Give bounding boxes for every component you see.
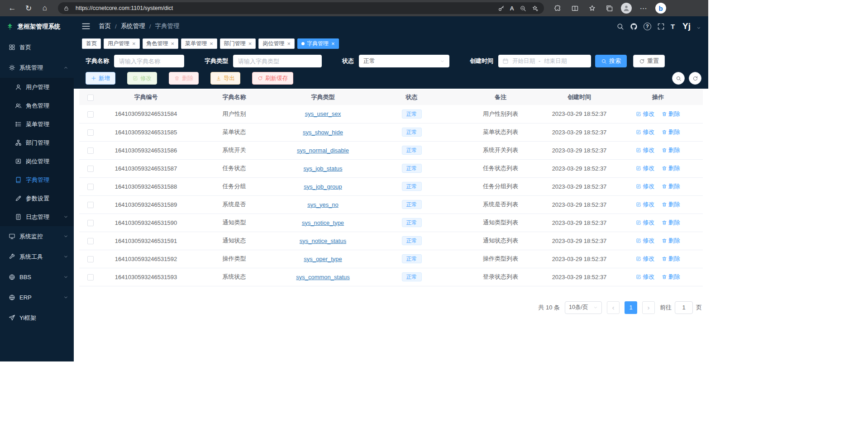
sidebar-item-system-mgmt[interactable]: 系统管理: [0, 57, 74, 78]
address-bar[interactable]: https://ccnetcore.com:1101/system/dict A: [58, 2, 544, 14]
app-logo[interactable]: 意框架管理系统: [0, 16, 74, 37]
chevron-down-icon[interactable]: [696, 26, 701, 30]
home-icon[interactable]: ⌂: [38, 2, 52, 14]
select-all-checkbox[interactable]: [87, 95, 94, 101]
extensions-icon[interactable]: [550, 2, 565, 14]
row-delete-button[interactable]: 删除: [662, 273, 680, 281]
dict-type-link[interactable]: sys_job_status: [304, 165, 343, 172]
tab-dict-mgmt[interactable]: 字典管理 ×: [297, 38, 339, 49]
row-checkbox[interactable]: [87, 147, 94, 154]
row-edit-button[interactable]: 修改: [636, 200, 654, 209]
read-aloud-icon[interactable]: A: [510, 5, 514, 12]
refresh-table-button[interactable]: [689, 72, 701, 85]
collections-icon[interactable]: [602, 2, 616, 14]
next-page-button[interactable]: ›: [642, 301, 655, 314]
tab-user-mgmt[interactable]: 用户管理 ×: [104, 38, 140, 49]
user-logo[interactable]: Yj: [682, 21, 691, 31]
sidebar-item-param-settings[interactable]: 参数设置: [0, 189, 74, 208]
row-edit-button[interactable]: 修改: [636, 128, 654, 136]
close-icon[interactable]: ×: [248, 41, 252, 47]
dict-type-link[interactable]: sys_show_hide: [303, 129, 343, 136]
url-text[interactable]: https://ccnetcore.com:1101/system/dict: [76, 5, 492, 11]
add-favorite-icon[interactable]: [532, 5, 539, 12]
export-button[interactable]: 导出: [210, 72, 240, 85]
date-range-picker[interactable]: 开始日期 - 结束日期: [498, 55, 591, 67]
back-icon[interactable]: ←: [5, 2, 19, 14]
dict-type-link[interactable]: sys_common_status: [296, 274, 350, 280]
row-delete-button[interactable]: 删除: [662, 182, 680, 190]
row-checkbox[interactable]: [87, 111, 94, 118]
tab-dept-mgmt[interactable]: 部门管理 ×: [220, 38, 256, 49]
fullscreen-icon[interactable]: [657, 23, 665, 30]
row-delete-button[interactable]: 删除: [662, 146, 680, 154]
row-edit-button[interactable]: 修改: [636, 255, 654, 263]
bing-icon[interactable]: b: [653, 2, 668, 14]
reset-button[interactable]: 重置: [633, 55, 665, 67]
breadcrumb-system[interactable]: 系统管理: [121, 22, 145, 30]
zoom-out-icon[interactable]: [520, 5, 526, 12]
tab-post-mgmt[interactable]: 岗位管理 ×: [258, 38, 295, 49]
close-icon[interactable]: ×: [210, 41, 213, 47]
row-checkbox[interactable]: [87, 202, 94, 208]
show-search-toggle-button[interactable]: [672, 72, 685, 85]
row-checkbox[interactable]: [87, 166, 94, 172]
status-select[interactable]: 正常: [359, 55, 449, 67]
font-size-icon[interactable]: T: [671, 23, 675, 30]
close-icon[interactable]: ×: [287, 41, 291, 47]
row-checkbox[interactable]: [87, 220, 94, 226]
row-checkbox[interactable]: [87, 238, 94, 244]
row-edit-button[interactable]: 修改: [636, 237, 654, 245]
key-icon[interactable]: [498, 5, 505, 12]
row-edit-button[interactable]: 修改: [636, 110, 654, 118]
row-checkbox[interactable]: [87, 184, 94, 190]
sidebar-item-home[interactable]: 首页: [0, 37, 74, 57]
hamburger-icon[interactable]: [81, 21, 91, 31]
search-icon[interactable]: [616, 23, 624, 30]
row-delete-button[interactable]: 删除: [662, 219, 680, 227]
breadcrumb-home[interactable]: 首页: [99, 22, 111, 30]
sidebar-item-role-mgmt[interactable]: 角色管理: [0, 96, 74, 115]
dict-type-link[interactable]: sys_user_sex: [305, 110, 341, 117]
reload-icon[interactable]: ↻: [22, 2, 35, 14]
tab-role-mgmt[interactable]: 角色管理 ×: [143, 38, 179, 49]
close-icon[interactable]: ×: [331, 41, 335, 47]
row-delete-button[interactable]: 删除: [662, 128, 680, 136]
tab-menu-mgmt[interactable]: 菜单管理 ×: [181, 38, 217, 49]
close-icon[interactable]: ×: [171, 41, 175, 47]
tab-home[interactable]: 首页: [82, 38, 101, 49]
search-button[interactable]: 搜索: [595, 55, 627, 67]
row-delete-button[interactable]: 删除: [662, 255, 680, 263]
dict-name-input[interactable]: [114, 55, 184, 67]
close-icon[interactable]: ×: [132, 41, 136, 47]
favorites-icon[interactable]: [585, 2, 599, 14]
row-edit-button[interactable]: 修改: [636, 164, 654, 172]
dict-type-link[interactable]: sys_normal_disable: [297, 147, 349, 154]
more-menu-icon[interactable]: ⋯: [636, 2, 651, 14]
sidebar-item-erp[interactable]: ERP: [0, 287, 74, 308]
dict-type-link[interactable]: sys_notice_type: [302, 219, 344, 226]
sidebar-item-dict-mgmt[interactable]: 字典管理: [0, 171, 74, 189]
sidebar-item-log-mgmt[interactable]: 日志管理: [0, 208, 74, 226]
help-icon[interactable]: ?: [644, 23, 651, 30]
sidebar-item-yi-framework[interactable]: Yi框架: [0, 308, 74, 328]
sidebar-item-user-mgmt[interactable]: 用户管理: [0, 78, 74, 96]
github-icon[interactable]: [630, 23, 638, 30]
row-checkbox[interactable]: [87, 274, 94, 280]
dict-type-link[interactable]: sys_notice_status: [300, 238, 346, 244]
dict-type-link[interactable]: sys_oper_type: [304, 256, 342, 262]
refresh-cache-button[interactable]: 刷新缓存: [252, 72, 293, 85]
split-screen-icon[interactable]: [568, 2, 582, 14]
sidebar-item-dept-mgmt[interactable]: 部门管理: [0, 133, 74, 152]
dict-type-link[interactable]: sys_yes_no: [307, 201, 339, 208]
row-checkbox[interactable]: [87, 256, 94, 262]
delete-button[interactable]: 删除: [169, 72, 199, 85]
row-checkbox[interactable]: [87, 129, 94, 136]
sidebar-item-bbs[interactable]: BBS: [0, 267, 74, 287]
sidebar-item-post-mgmt[interactable]: 岗位管理: [0, 152, 74, 171]
goto-page-input[interactable]: [675, 301, 693, 314]
edit-button[interactable]: 修改: [127, 72, 157, 85]
current-page[interactable]: 1: [625, 301, 637, 314]
sidebar-item-system-tools[interactable]: 系统工具: [0, 247, 74, 267]
sidebar-item-system-monitor[interactable]: 系统监控: [0, 226, 74, 247]
row-delete-button[interactable]: 删除: [662, 110, 680, 118]
